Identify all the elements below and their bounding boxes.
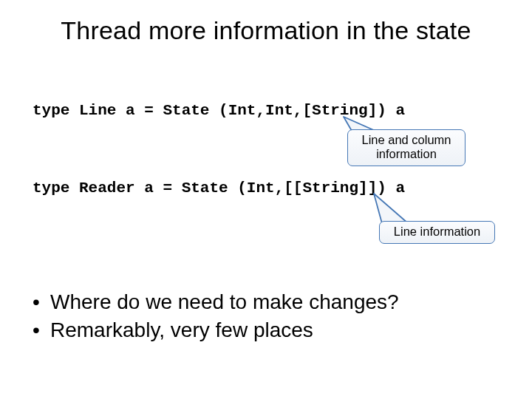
slide-title: Thread more information in the state <box>0 16 532 45</box>
bullet-text: Remarkably, very few places <box>50 316 313 344</box>
list-item: • Remarkably, very few places <box>33 316 399 344</box>
callout-text: Line information <box>394 225 480 238</box>
bullet-text: Where do we need to make changes? <box>50 288 399 316</box>
code-line-type-reader: type Reader a = State (Int,[[String]]) a <box>33 180 405 197</box>
callout-text: information <box>358 147 454 161</box>
callout-text: Line and column <box>358 133 454 147</box>
callout-line-and-column: Line and column information <box>347 129 466 166</box>
bullet-list: • Where do we need to make changes? • Re… <box>33 288 399 344</box>
callout-line-info: Line information <box>379 221 495 244</box>
list-item: • Where do we need to make changes? <box>33 288 399 316</box>
bullet-dot-icon: • <box>33 316 50 344</box>
bullet-dot-icon: • <box>33 288 50 316</box>
